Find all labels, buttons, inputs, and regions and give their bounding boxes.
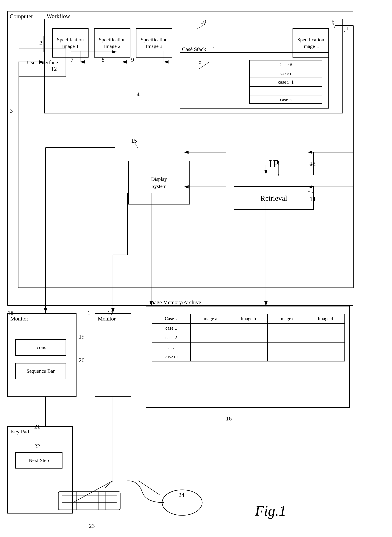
- sequence-bar-box: Sequence Bar: [15, 363, 66, 379]
- monitor-right-label: Monitor: [98, 315, 116, 322]
- table-header-image-c: Image c: [268, 314, 306, 323]
- archive-table: Case # Image a Image b Image c Image d c…: [152, 314, 345, 361]
- ref-3: 3: [10, 107, 13, 114]
- keypad-label: Key Pad: [10, 428, 29, 435]
- ref-11: 11: [344, 25, 349, 32]
- svg-line-32: [138, 481, 160, 495]
- ref-18: 18: [8, 310, 14, 316]
- table-header-image-b: Image b: [229, 314, 268, 323]
- ref-12: 12: [51, 65, 57, 72]
- case-row-n: case n: [250, 95, 322, 104]
- ref-17: 17: [107, 310, 113, 316]
- ref-1: 1: [87, 310, 90, 316]
- ref-24: 24: [178, 492, 184, 498]
- diagram: Computer Workflow Specification Image 1 …: [0, 0, 392, 537]
- retrieval-box: Retrieval: [234, 186, 314, 210]
- case-row-i: case i: [250, 69, 322, 78]
- ref-9: 9: [131, 56, 134, 63]
- table-row: case m: [152, 352, 345, 361]
- svg-line-31: [105, 481, 113, 488]
- ref-10: 10: [200, 18, 206, 25]
- case-row-i1: case i+1: [250, 78, 322, 87]
- ref-8: 8: [102, 56, 105, 63]
- ip-box: IP: [234, 152, 314, 175]
- table-header-case: Case #: [152, 314, 191, 323]
- ref-13: 13: [310, 160, 316, 167]
- table-row: case 1: [152, 323, 345, 333]
- next-step-box: Next Step: [15, 452, 62, 468]
- cases-inner-box: Case # case i case i+1 . . . case n: [249, 60, 322, 104]
- image-memory-label: Image Memory/Archive: [148, 299, 201, 305]
- computer-label: Computer: [10, 13, 33, 20]
- svg-line-33: [73, 481, 113, 503]
- ref-7: 7: [71, 56, 74, 63]
- ref-4: 4: [137, 91, 140, 98]
- icons-box: Icons: [15, 339, 66, 356]
- ref-2: 2: [39, 40, 42, 46]
- ref-22: 22: [34, 443, 40, 449]
- table-header-image-d: Image d: [306, 314, 345, 323]
- ref-6: 6: [331, 18, 334, 25]
- spec-image-2: Specification Image 2: [94, 28, 131, 58]
- keypad-box: Key Pad Next Step: [7, 426, 73, 514]
- case-stack-box: Case Stack Case # case i case i+1 . . . …: [180, 52, 329, 109]
- ref-16: 16: [226, 415, 232, 422]
- workflow-box: Workflow Specification Image 1 Specifica…: [44, 19, 343, 113]
- case-stack-label: Case Stack: [182, 46, 206, 52]
- ref-15: 15: [131, 137, 137, 144]
- monitor-right-box: Monitor: [95, 313, 131, 397]
- table-header-image-a: Image a: [191, 314, 229, 323]
- fig-label: Fig.1: [255, 503, 286, 519]
- ref-14: 14: [310, 196, 316, 202]
- ref-21: 21: [34, 423, 40, 430]
- table-row: case 2: [152, 333, 345, 342]
- spec-image-3: Specification Image 3: [136, 28, 172, 58]
- ref-5: 5: [199, 58, 201, 65]
- image-memory-box: Image Memory/Archive Case # Image a Imag…: [146, 306, 350, 408]
- ref-20: 20: [79, 357, 84, 364]
- user-interface-box: User Interface: [19, 48, 66, 77]
- display-system-box: Display System: [128, 161, 190, 204]
- table-row: . . .: [152, 342, 345, 352]
- case-row-dots: . . .: [250, 87, 322, 95]
- monitor-left-label: Monitor: [10, 315, 28, 322]
- case-row-hash: Case #: [250, 60, 322, 69]
- monitor-left-box: Monitor Icons Sequence Bar: [7, 313, 76, 397]
- ref-19: 19: [79, 333, 84, 340]
- ref-23: 23: [89, 523, 95, 529]
- computer-box: Computer Workflow Specification Image 1 …: [7, 11, 353, 306]
- workflow-label: Workflow: [47, 13, 70, 19]
